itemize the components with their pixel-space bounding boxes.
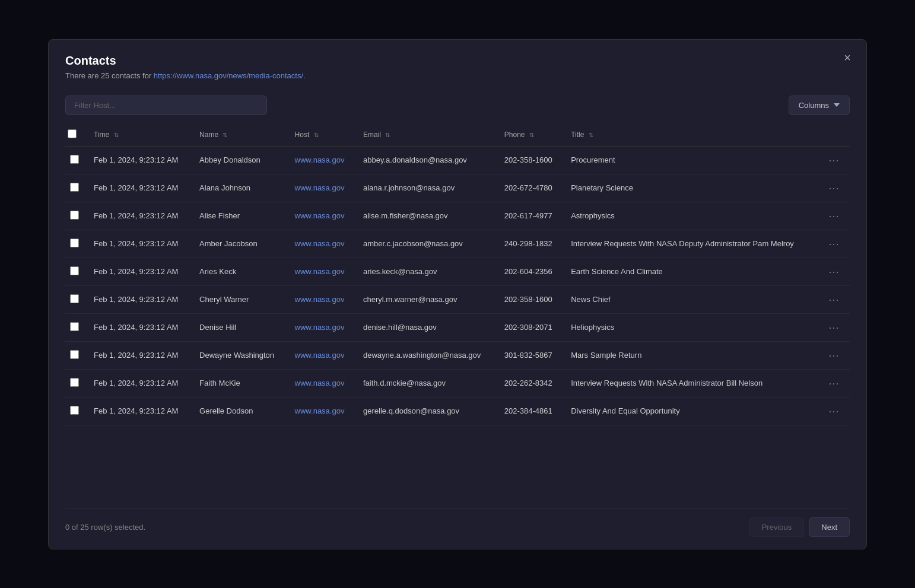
footer: 0 of 25 row(s) selected. Previous Next [65,508,850,537]
row-menu-button-1[interactable]: ⋯ [825,182,843,195]
cell-host: www.nasa.gov [288,341,356,369]
host-link-1[interactable]: www.nasa.gov [295,183,345,192]
row-checkbox-1[interactable] [70,183,79,192]
th-select-all [65,123,87,147]
row-menu-button-5[interactable]: ⋯ [825,293,843,306]
table-row: Feb 1, 2024, 9:23:12 AM Gerelle Dodson w… [65,397,850,425]
cell-title: Procurement [564,146,818,174]
cell-time: Feb 1, 2024, 9:23:12 AM [87,202,192,230]
cell-title: Mars Sample Return [564,341,818,369]
cell-email: gerelle.q.dodson@nasa.gov [356,397,497,425]
row-checkbox-cell [65,313,87,341]
cell-host: www.nasa.gov [288,313,356,341]
previous-button[interactable]: Previous [749,517,805,537]
cell-host: www.nasa.gov [288,258,356,285]
cell-phone: 202-384-4861 [497,397,564,425]
row-checkbox-6[interactable] [70,322,79,331]
host-link-8[interactable]: www.nasa.gov [295,379,345,387]
cell-actions: ⋯ [818,258,850,285]
row-menu-button-4[interactable]: ⋯ [825,265,843,278]
contacts-modal: Contacts There are 25 contacts for https… [48,39,867,549]
th-host[interactable]: Host ⇅ [288,123,356,147]
cell-time: Feb 1, 2024, 9:23:12 AM [87,313,192,341]
row-menu-button-8[interactable]: ⋯ [825,377,843,390]
sort-icon-email: ⇅ [385,132,390,138]
th-email[interactable]: Email ⇅ [356,123,497,147]
host-link-6[interactable]: www.nasa.gov [295,323,345,332]
cell-time: Feb 1, 2024, 9:23:12 AM [87,258,192,285]
host-link-3[interactable]: www.nasa.gov [295,239,345,248]
select-all-checkbox[interactable] [68,129,77,138]
host-link-7[interactable]: www.nasa.gov [295,351,345,360]
cell-email: abbey.a.donaldson@nasa.gov [356,146,497,174]
row-checkbox-9[interactable] [70,406,79,415]
row-checkbox-7[interactable] [70,350,79,359]
cell-host: www.nasa.gov [288,397,356,425]
row-checkbox-5[interactable] [70,294,79,303]
row-menu-button-0[interactable]: ⋯ [825,154,843,167]
cell-time: Feb 1, 2024, 9:23:12 AM [87,285,192,313]
row-checkbox-cell [65,397,87,425]
cell-phone: 202-604-2356 [497,258,564,285]
cell-actions: ⋯ [818,341,850,369]
cell-actions: ⋯ [818,202,850,230]
close-button[interactable]: × [840,49,854,66]
cell-host: www.nasa.gov [288,369,356,397]
cell-email: denise.hill@nasa.gov [356,313,497,341]
row-menu-button-6[interactable]: ⋯ [825,321,843,334]
cell-name: Dewayne Washington [192,341,288,369]
th-title[interactable]: Title ⇅ [564,123,818,147]
row-menu-button-3[interactable]: ⋯ [825,237,843,250]
host-link-9[interactable]: www.nasa.gov [295,406,345,415]
cell-phone: 202-672-4780 [497,174,564,202]
row-checkbox-cell [65,230,87,258]
row-menu-button-9[interactable]: ⋯ [825,405,843,418]
row-checkbox-0[interactable] [70,155,79,164]
cell-title: News Chief [564,285,818,313]
row-checkbox-4[interactable] [70,266,79,275]
table-wrapper: Time ⇅ Name ⇅ Host ⇅ Email ⇅ Phone ⇅ Tit… [65,123,850,506]
header-row: Time ⇅ Name ⇅ Host ⇅ Email ⇅ Phone ⇅ Tit… [65,123,850,147]
sort-icon-host: ⇅ [314,132,319,138]
cell-actions: ⋯ [818,146,850,174]
modal-title: Contacts [65,54,850,68]
subtitle-text: There are 25 contacts for [65,71,154,80]
subtitle-url[interactable]: https://www.nasa.gov/news/media-contacts… [154,71,306,80]
toolbar: Columns [65,96,850,115]
columns-button[interactable]: Columns [789,96,850,115]
cell-phone: 202-358-1600 [497,146,564,174]
cell-name: Denise Hill [192,313,288,341]
row-checkbox-3[interactable] [70,239,79,247]
cell-phone: 202-308-2071 [497,313,564,341]
host-link-5[interactable]: www.nasa.gov [295,295,345,304]
row-menu-button-7[interactable]: ⋯ [825,349,843,362]
row-menu-button-2[interactable]: ⋯ [825,209,843,223]
cell-phone: 240-298-1832 [497,230,564,258]
cell-email: faith.d.mckie@nasa.gov [356,369,497,397]
th-name[interactable]: Name ⇅ [192,123,288,147]
cell-actions: ⋯ [818,174,850,202]
cell-time: Feb 1, 2024, 9:23:12 AM [87,146,192,174]
cell-title: Interview Requests With NASA Deputy Admi… [564,230,818,258]
host-link-4[interactable]: www.nasa.gov [295,267,345,276]
cell-name: Amber Jacobson [192,230,288,258]
cell-time: Feb 1, 2024, 9:23:12 AM [87,397,192,425]
contacts-table: Time ⇅ Name ⇅ Host ⇅ Email ⇅ Phone ⇅ Tit… [65,123,850,425]
row-checkbox-cell [65,258,87,285]
host-link-2[interactable]: www.nasa.gov [295,211,345,220]
th-time[interactable]: Time ⇅ [87,123,192,147]
host-link-0[interactable]: www.nasa.gov [295,155,345,164]
table-row: Feb 1, 2024, 9:23:12 AM Abbey Donaldson … [65,146,850,174]
cell-name: Aries Keck [192,258,288,285]
table-row: Feb 1, 2024, 9:23:12 AM Aries Keck www.n… [65,258,850,285]
th-phone[interactable]: Phone ⇅ [497,123,564,147]
footer-status: 0 of 25 row(s) selected. [65,523,145,532]
filter-input[interactable] [65,96,267,115]
row-checkbox-2[interactable] [70,211,79,220]
cell-title: Interview Requests With NASA Administrat… [564,369,818,397]
next-button[interactable]: Next [809,517,850,537]
table-row: Feb 1, 2024, 9:23:12 AM Faith McKie www.… [65,369,850,397]
cell-host: www.nasa.gov [288,174,356,202]
cell-actions: ⋯ [818,369,850,397]
row-checkbox-8[interactable] [70,378,79,387]
